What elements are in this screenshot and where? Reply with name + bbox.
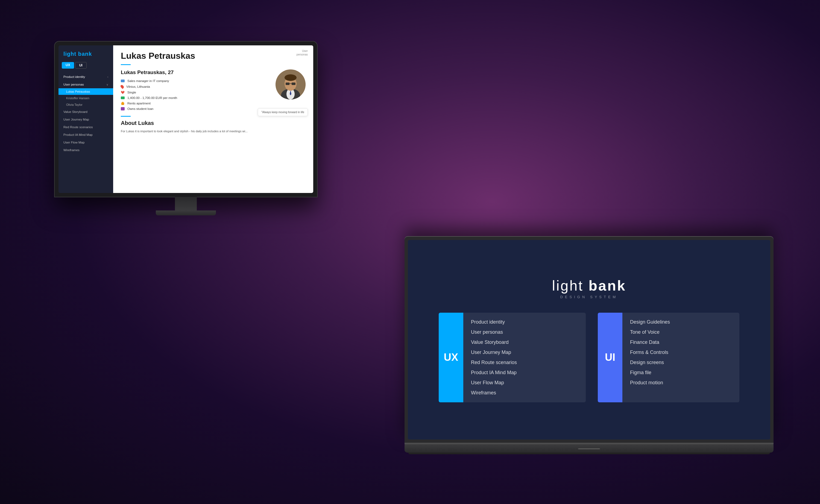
persona-section: Lukas Petrauskas, 27 Sales manager in IT… [121, 69, 306, 113]
laptop-screen: light bank DESIGN SYSTEM UX Product iden… [408, 240, 770, 439]
svg-rect-6 [286, 83, 289, 85]
logo-prefix: light [63, 51, 78, 57]
monitor-device: light bank UX UI Product identity › User… [55, 42, 317, 215]
sidebar-item-product-identity[interactable]: Product identity › [58, 73, 113, 81]
monitor-base [156, 210, 216, 215]
ux-item-7[interactable]: Wireframes [471, 389, 578, 397]
ui-item-5[interactable]: Figma file [630, 369, 732, 377]
laptop-logo: light bank [552, 277, 626, 294]
monitor-main-content: Userpersonas Lukas Petrauskas Lukas Petr… [113, 45, 313, 193]
home-icon [121, 102, 125, 105]
ux-panel: UX Product identity User personas Value … [439, 313, 586, 402]
laptop-device: light bank DESIGN SYSTEM UX Product iden… [405, 237, 774, 454]
about-divider [121, 116, 131, 117]
ux-item-0[interactable]: Product identity [471, 318, 578, 326]
location-icon [120, 84, 125, 89]
persona-detail-housing: Rents apartment [121, 102, 269, 105]
persona-detail-status: Single [121, 91, 269, 94]
monitor-outer: light bank UX UI Product identity › User… [55, 42, 317, 197]
sidebar-item-red-route[interactable]: Red Route scenarios [58, 123, 113, 131]
ui-tag[interactable]: UI [598, 313, 622, 402]
heart-icon [121, 91, 125, 94]
chevron-icon: › [107, 75, 108, 78]
monitor-sidebar: light bank UX UI Product identity › User… [58, 45, 113, 193]
sidebar-tabs-container: UX UI [58, 62, 113, 73]
sidebar-sub-lukas[interactable]: Lukas Petrauskas [58, 88, 113, 95]
about-text: For Lukas it is important to look elegan… [121, 129, 306, 134]
breadcrumb: Userpersonas [297, 49, 308, 56]
svg-rect-7 [292, 83, 295, 85]
quote-bubble: "Always keep moving forward in life [258, 108, 308, 116]
ux-item-3[interactable]: User Journey Map [471, 348, 578, 356]
avatar [276, 69, 306, 99]
persona-detail-job: Sales manager in IT company [121, 79, 269, 83]
scene-container: light bank UX UI Product identity › User… [41, 33, 779, 471]
sidebar-item-wireframes[interactable]: Wireframes [58, 146, 113, 154]
briefcase-icon [121, 80, 125, 82]
persona-detail-loan: Owns student loan [121, 107, 269, 110]
ui-item-4[interactable]: Design screens [630, 359, 732, 367]
laptop-trackpad-notch [578, 448, 600, 449]
sidebar-item-user-flow-map[interactable]: User Flow Map [58, 139, 113, 146]
ui-item-3[interactable]: Forms & Controls [630, 348, 732, 356]
avatar-image [276, 69, 306, 99]
about-title: About Lukas [121, 120, 306, 126]
ui-panel: UI Design Guidelines Tone of Voice Finan… [592, 313, 739, 402]
monitor-screen: light bank UX UI Product identity › User… [58, 45, 313, 193]
sidebar-item-user-journey-map[interactable]: User Journey Map [58, 116, 113, 123]
ui-item-0[interactable]: Design Guidelines [630, 318, 732, 326]
laptop-lid: light bank DESIGN SYSTEM UX Product iden… [405, 237, 774, 443]
laptop-logo-area: light bank DESIGN SYSTEM [552, 277, 626, 299]
laptop-logo-sub: DESIGN SYSTEM [552, 295, 626, 299]
laptop-logo-bold: bank [588, 278, 626, 294]
page-title: Lukas Petrauskas [121, 51, 306, 61]
ux-items: Product identity User personas Value Sto… [463, 313, 586, 402]
title-divider [121, 64, 131, 65]
ux-item-6[interactable]: User Flow Map [471, 379, 578, 387]
ux-item-4[interactable]: Red Route scenarios [471, 359, 578, 367]
persona-name-age: Lukas Petrauskas, 27 [121, 69, 269, 75]
sidebar-item-user-personas[interactable]: User personas ∨ [58, 81, 113, 88]
sidebar-item-value-storyboard[interactable]: Value Storyboard [58, 108, 113, 116]
sidebar-sub-kristoffer[interactable]: Kristoffer Hansen [58, 95, 113, 101]
persona-detail-income: 1,400.00 - 1,700.00 EUR per month [121, 96, 269, 99]
ui-item-2[interactable]: Finance Data [630, 338, 732, 346]
ux-tag[interactable]: UX [439, 313, 463, 402]
svg-point-5 [285, 74, 297, 81]
persona-detail-location: Vilnius, Lithuania [121, 85, 269, 89]
laptop-bottom-bezel [408, 453, 770, 454]
persona-info: Lukas Petrauskas, 27 Sales manager in IT… [121, 69, 269, 113]
ui-items: Design Guidelines Tone of Voice Finance … [622, 313, 739, 402]
tab-ux[interactable]: UX [62, 62, 74, 69]
ui-item-1[interactable]: Tone of Voice [630, 328, 732, 336]
ux-item-5[interactable]: Product IA Mind Map [471, 369, 578, 377]
monitor-neck [175, 197, 197, 210]
logo-highlight: bank [78, 51, 92, 57]
ui-item-6[interactable]: Product motion [630, 379, 732, 387]
sidebar-logo: light bank [58, 51, 113, 62]
chevron-down-icon: ∨ [106, 83, 108, 86]
tab-ui[interactable]: UI [75, 62, 87, 69]
ux-item-2[interactable]: Value Storyboard [471, 338, 578, 346]
ux-item-1[interactable]: User personas [471, 328, 578, 336]
laptop-nav-row: UX Product identity User personas Value … [439, 313, 739, 402]
laptop-hinge [405, 443, 774, 445]
laptop-base [405, 445, 774, 453]
sidebar-item-product-ia[interactable]: Product IA Mind Map [58, 131, 113, 139]
sidebar-sub-olivia[interactable]: Olivia Taylor [58, 101, 113, 108]
bank-icon [121, 107, 125, 110]
money-icon [121, 96, 125, 99]
laptop-logo-prefix: light [552, 278, 588, 294]
